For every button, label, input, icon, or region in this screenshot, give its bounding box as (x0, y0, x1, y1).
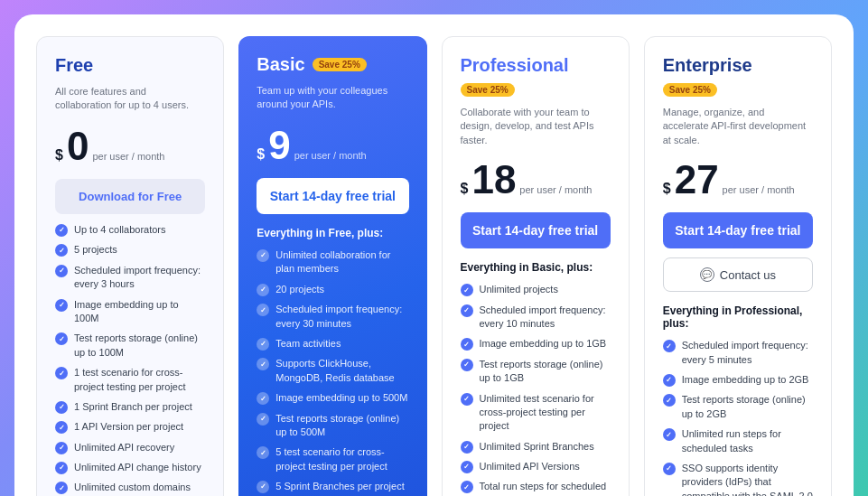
check-icon (663, 428, 676, 441)
check-icon (55, 421, 68, 434)
plan-enterprise-amount: 27 (675, 160, 719, 200)
plan-enterprise-section-title: Everything in Professional, plus: (663, 304, 813, 330)
plan-free-cta[interactable]: Download for Free (55, 179, 205, 214)
check-icon (55, 401, 68, 414)
plan-free-symbol: $ (55, 147, 63, 164)
check-icon (257, 446, 269, 459)
list-item: Unlimited custom domains (55, 481, 205, 494)
plan-professional-cta[interactable]: Start 14-day free trial (461, 212, 611, 248)
list-item: Image embedding up to 500M (257, 391, 408, 405)
plan-free: Free All core features and collaboration… (36, 36, 224, 496)
check-icon (55, 332, 68, 345)
plan-basic: Basic Save 25% Team up with your colleag… (238, 36, 426, 496)
plan-free-price: $ 0 per user / month (55, 126, 205, 166)
plan-enterprise-contact[interactable]: 💬 Contact us (663, 257, 813, 292)
list-item: Unlimited run steps for scheduled tasks (663, 427, 813, 455)
list-item: Unlimited test scenario for cross-projec… (461, 392, 611, 434)
check-icon (257, 338, 269, 351)
list-item: Total run steps for scheduled tasks: 10M… (461, 480, 611, 496)
list-item: Team activities (257, 337, 408, 351)
list-item: Test reports storage (online) up to 2GB (663, 393, 813, 421)
plan-basic-period: per user / month (294, 150, 367, 161)
plan-basic-amount: 9 (268, 126, 290, 165)
plan-free-amount: 0 (67, 126, 89, 166)
plan-enterprise-features: Scheduled import frequency: every 5 minu… (663, 339, 813, 496)
list-item: Scheduled import frequency: every 5 minu… (663, 339, 813, 367)
plans-grid: Free All core features and collaboration… (36, 36, 832, 496)
check-icon (55, 367, 68, 379)
list-item: Scheduled import frequency: every 10 min… (461, 304, 611, 332)
plan-basic-cta[interactable]: Start 14-day free trial (257, 178, 408, 214)
list-item: 1 Sprint Branch per project (55, 400, 205, 414)
list-item: 1 API Version per project (55, 420, 205, 434)
check-icon (663, 463, 676, 475)
list-item: 5 Sprint Branches per project (257, 480, 408, 493)
list-item: Test reports storage (online) up to 500M (257, 412, 408, 440)
plan-free-description: All core features and collaboration for … (55, 85, 205, 114)
plan-free-name: Free (55, 55, 93, 76)
plan-enterprise-symbol: $ (663, 181, 671, 197)
plan-professional-period: per user / month (519, 184, 592, 195)
list-item: Unlimited API change history (55, 461, 205, 474)
check-icon (55, 244, 68, 257)
plan-professional-price: $ 18 per user / month (461, 160, 611, 200)
plan-free-features: Up to 4 collaborators 5 projects Schedul… (55, 223, 205, 496)
plan-professional-features: Unlimited projects Scheduled import freq… (461, 283, 611, 496)
plan-professional-header: Professional Save 25% (461, 55, 611, 97)
list-item: Scheduled import frequency: every 30 min… (257, 303, 408, 331)
check-icon (257, 392, 269, 405)
check-icon (461, 338, 473, 351)
check-icon (663, 374, 676, 387)
list-item: Test reports storage (online) up to 100M (55, 332, 205, 360)
list-item: Test reports storage (online) up to 1GB (461, 358, 611, 386)
plan-basic-section-title: Everything in Free, plus: (257, 227, 408, 239)
list-item: Unlimited API recovery (55, 441, 205, 454)
list-item: Scheduled import frequency: every 3 hour… (55, 264, 205, 292)
plan-enterprise-save: Save 25% (663, 83, 717, 97)
plan-professional-description: Collaborate with your team to design, de… (461, 106, 611, 147)
plan-basic-header: Basic Save 25% (257, 54, 408, 75)
check-icon (257, 481, 269, 493)
list-item: Image embedding up to 100M (55, 298, 205, 326)
check-icon (55, 299, 68, 312)
list-item: 5 projects (55, 243, 205, 257)
plan-enterprise-header: Enterprise Save 25% (663, 55, 813, 97)
plan-enterprise-price: $ 27 per user / month (663, 160, 813, 200)
check-icon (257, 413, 269, 426)
list-item: Supports ClickHouse, MongoDB, Redis data… (257, 357, 408, 385)
check-icon (461, 304, 473, 317)
plan-professional: Professional Save 25% Collaborate with y… (442, 36, 630, 496)
plan-enterprise: Enterprise Save 25% Manage, organize, an… (644, 36, 832, 496)
check-icon (55, 224, 68, 237)
check-icon (257, 358, 269, 370)
plan-enterprise-cta[interactable]: Start 14-day free trial (663, 212, 813, 248)
list-item: Unlimited Sprint Branches (461, 440, 611, 454)
check-icon (663, 394, 676, 407)
list-item: Unlimited projects (461, 283, 611, 296)
pricing-container: Free All core features and collaboration… (14, 14, 854, 496)
plan-basic-description: Team up with your colleagues around your… (257, 84, 408, 113)
plan-enterprise-name: Enterprise (663, 55, 752, 76)
list-item: Image embedding up to 1GB (461, 337, 611, 351)
check-icon (461, 461, 473, 473)
check-icon (55, 482, 68, 494)
check-icon (257, 284, 269, 296)
check-icon (55, 265, 68, 277)
plan-professional-section-title: Everything in Basic, plus: (461, 261, 611, 274)
check-icon (257, 304, 269, 316)
plan-enterprise-period: per user / month (723, 184, 795, 195)
chat-icon: 💬 (700, 267, 714, 282)
plan-professional-save: Save 25% (461, 83, 515, 97)
check-icon (55, 462, 68, 474)
list-item: Unlimited collaboration for plan members (257, 248, 408, 276)
check-icon (461, 441, 473, 454)
list-item: 20 projects (257, 283, 408, 296)
plan-basic-symbol: $ (257, 146, 265, 163)
plan-professional-symbol: $ (461, 181, 469, 197)
list-item: 1 test scenario for cross-project testin… (55, 366, 205, 394)
plan-basic-features: Unlimited collaboration for plan members… (257, 248, 408, 496)
plan-basic-price: $ 9 per user / month (257, 126, 408, 165)
plan-enterprise-description: Manage, organize, and accelerate API-fir… (663, 106, 813, 147)
plan-free-header: Free (55, 55, 205, 76)
check-icon (257, 249, 269, 262)
